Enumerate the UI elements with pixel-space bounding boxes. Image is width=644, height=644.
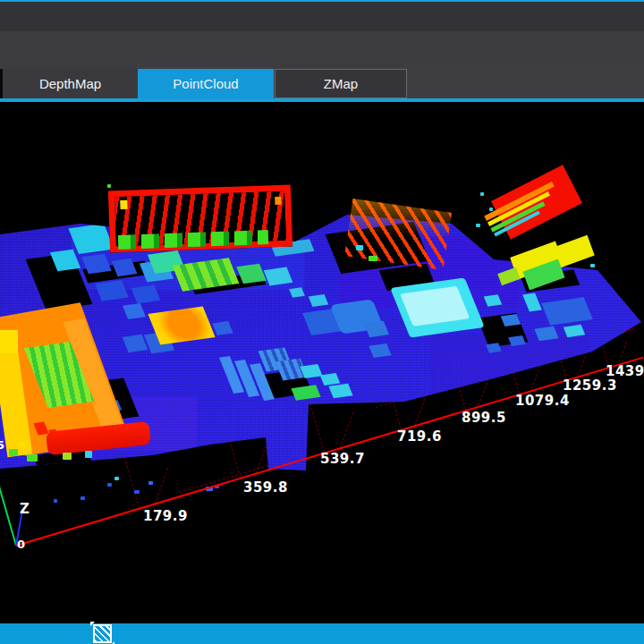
- x-tick-label: 179.9: [143, 508, 188, 524]
- y-axis-line: [0, 485, 17, 546]
- title-bar: [0, 2, 644, 31]
- application-window: DepthMap PointCloud ZMap: [0, 0, 644, 644]
- toolbar: [0, 31, 644, 69]
- x-tick-label: 539.7: [320, 451, 365, 467]
- x-tick-label: 719.6: [397, 428, 442, 445]
- x-tick-label: 1259.3: [563, 377, 617, 394]
- tab-zmap[interactable]: ZMap: [275, 69, 407, 98]
- tab-pointcloud[interactable]: PointCloud: [138, 69, 274, 98]
- tab-strip: DepthMap PointCloud ZMap: [0, 69, 644, 98]
- pointcloud-viewport[interactable]: Z 0 5 179.9 359.8 539.7 719.6 899.5 1079…: [0, 102, 644, 623]
- status-bar: [0, 623, 644, 644]
- x-tick-label: 1439.2: [606, 363, 644, 379]
- x-tick-label: 1079.4: [515, 393, 570, 409]
- x-tick-label: 899.5: [462, 410, 506, 426]
- origin-label: 0: [17, 538, 25, 551]
- left-edge-partial-label: 5: [0, 438, 4, 452]
- tab-depthmap[interactable]: DepthMap: [3, 69, 138, 98]
- fit-view-icon[interactable]: [93, 624, 112, 643]
- x-tick-label: 359.8: [243, 479, 288, 496]
- z-axis-label: Z: [20, 501, 30, 517]
